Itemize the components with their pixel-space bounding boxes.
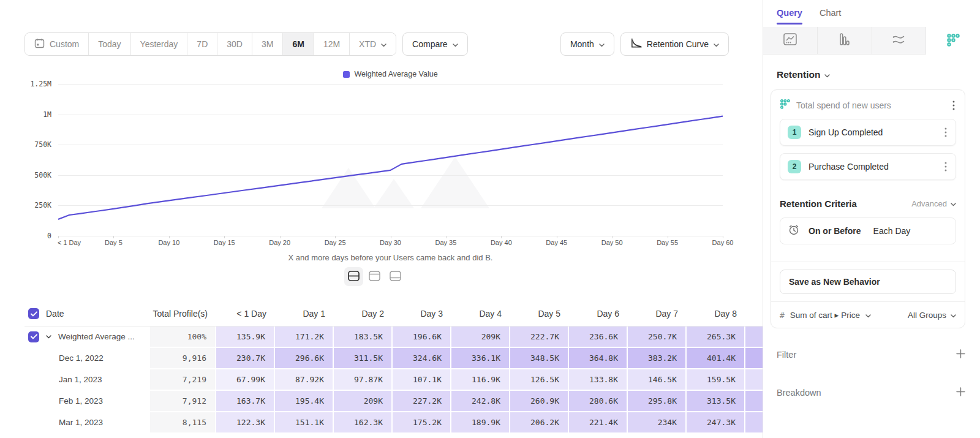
retention-value-cell[interactable]: 383.2K xyxy=(628,348,687,369)
add-breakdown-button[interactable] xyxy=(956,387,965,398)
tab-chart[interactable]: Chart xyxy=(820,8,841,27)
chart-type-button[interactable]: Retention Curve xyxy=(620,32,729,56)
tab-flows-chart[interactable] xyxy=(872,27,927,55)
row-checkbox[interactable] xyxy=(28,331,39,342)
kebab-menu-icon[interactable] xyxy=(943,160,948,173)
layout-toggle-panel-top[interactable] xyxy=(365,267,384,286)
retention-window-selector[interactable]: On or Before Each Day xyxy=(780,217,956,244)
plus-icon xyxy=(956,349,965,360)
retention-value-cell[interactable]: 247.3K xyxy=(687,412,745,434)
layout-toggle-split-horizontal[interactable] xyxy=(344,267,363,286)
retention-value-cell[interactable]: 250.7K xyxy=(628,327,687,348)
groups-dropdown[interactable]: All Groups xyxy=(908,311,956,320)
retention-report-page: CustomTodayYesterday7D30D3M6M12MXTD Comp… xyxy=(0,0,980,438)
expand-chevron-icon[interactable] xyxy=(46,335,51,339)
table-row[interactable]: Feb 1, 20237,912163.7K195.4K209K227.2K24… xyxy=(24,391,763,412)
range-12m[interactable]: 12M xyxy=(314,33,349,55)
event-row-purchase-completed[interactable]: 2 Purchase Completed xyxy=(780,153,956,180)
retention-section-heading[interactable]: Retention xyxy=(777,69,980,80)
retention-value-cell[interactable]: 230.7K xyxy=(216,348,275,369)
retention-value-cell[interactable]: 171.2K xyxy=(275,327,334,348)
kebab-menu-icon[interactable] xyxy=(951,99,956,111)
retention-value-cell[interactable]: 196.6K xyxy=(393,327,451,348)
plot-area[interactable]: 0250K500K750K1M1.25M xyxy=(58,84,723,236)
retention-value-cell[interactable]: 209K xyxy=(334,391,393,412)
retention-value-cell[interactable]: 195.4K xyxy=(275,391,334,412)
retention-value-cell[interactable]: 116.9K xyxy=(451,369,510,391)
retention-value-cell[interactable]: 260.9K xyxy=(510,391,569,412)
retention-value-cell[interactable]: 67.99K xyxy=(216,369,275,391)
retention-value-cell[interactable]: 162.3K xyxy=(334,412,393,434)
retention-value-cell[interactable]: 364.8K xyxy=(569,348,628,369)
retention-value-cell[interactable]: 295.8K xyxy=(628,391,687,412)
tab-insights-line-chart[interactable] xyxy=(763,27,818,55)
retention-value-cell[interactable]: 280.6K xyxy=(569,391,628,412)
x-axis-tick-mark xyxy=(169,236,170,238)
behavior-panel: Total spend of new users 1 Sign Up Compl… xyxy=(771,89,965,328)
retention-value-cell[interactable]: 122.3K xyxy=(216,412,275,434)
retention-value-cell[interactable]: 336.1K xyxy=(451,348,510,369)
table-row[interactable]: Jan 1, 20237,21967.99K87.92K97.87K107.1K… xyxy=(24,369,763,391)
retention-value-cell[interactable]: 183.5K xyxy=(334,327,393,348)
retention-value-cell[interactable]: 151.1K xyxy=(275,412,334,434)
retention-value-cell[interactable]: 189.9K xyxy=(451,412,510,434)
retention-value-cell[interactable]: 222.7K xyxy=(510,327,569,348)
retention-value-cell[interactable]: 242.8K xyxy=(451,391,510,412)
retention-value-cell[interactable]: 234K xyxy=(628,412,687,434)
measure-property-dropdown[interactable]: # Sum of cart ▸ Price xyxy=(780,309,908,320)
retention-value-cell[interactable]: 206.2K xyxy=(510,412,569,434)
retention-value-cell[interactable]: 209K xyxy=(451,327,510,348)
retention-value-cell[interactable]: 133.8K xyxy=(569,369,628,391)
retention-value-cell[interactable]: 221.4K xyxy=(569,412,628,434)
retention-value-cell[interactable]: 175.2K xyxy=(393,412,451,434)
event-row-sign-up-completed[interactable]: 1 Sign Up Completed xyxy=(780,119,956,146)
range-custom[interactable]: Custom xyxy=(25,33,88,55)
tab-funnel-bar-chart[interactable] xyxy=(818,27,872,55)
compare-button[interactable]: Compare xyxy=(402,32,468,56)
retention-value-cell[interactable]: 135.9K xyxy=(216,327,275,348)
retention-value-cell[interactable]: 146.5K xyxy=(628,369,687,391)
table-row[interactable]: Weighted Average ...100%135.9K171.2K183.… xyxy=(24,327,763,348)
range-7d[interactable]: 7D xyxy=(187,33,217,55)
table-row[interactable]: Dec 1, 20229,916230.7K296.6K311.5K324.6K… xyxy=(24,348,763,369)
add-filter-button[interactable] xyxy=(956,349,965,360)
retention-value-cell[interactable]: 107.1K xyxy=(393,369,451,391)
retention-value-cell[interactable]: 313.5K xyxy=(687,391,745,412)
select-all-checkbox[interactable] xyxy=(28,308,39,319)
retention-value-cell[interactable]: 348.5K xyxy=(510,348,569,369)
column-header-day-4: Day 4 xyxy=(451,309,510,319)
criteria-mode-dropdown[interactable]: Advanced xyxy=(911,199,956,208)
retention-value-cell[interactable]: 324.6K xyxy=(393,348,451,369)
retention-value-cell[interactable]: 236.6K xyxy=(569,327,628,348)
range-30d[interactable]: 30D xyxy=(217,33,252,55)
retention-value-cell[interactable]: 97.87K xyxy=(334,369,393,391)
granularity-button[interactable]: Month xyxy=(560,32,614,56)
y-axis-tick-label: 500K xyxy=(24,171,51,179)
layout-toggle-panel-bottom[interactable] xyxy=(386,267,405,286)
tab-query[interactable]: Query xyxy=(777,8,802,27)
range-6m[interactable]: 6M xyxy=(282,33,313,55)
range-xtd[interactable]: XTD xyxy=(349,33,396,55)
save-as-new-behavior-button[interactable]: Save as New Behavior xyxy=(780,270,956,294)
tab-query-label: Query xyxy=(777,8,802,18)
range-3m[interactable]: 3M xyxy=(252,33,282,55)
x-axis-tick-label: Day 15 xyxy=(214,239,235,246)
retention-value-cell[interactable]: 296.6K xyxy=(275,348,334,369)
retention-value-cell[interactable]: 401.4K xyxy=(687,348,745,369)
criteria-mode-label: Advanced xyxy=(911,199,947,208)
behavior-header[interactable]: Total spend of new users xyxy=(780,99,956,111)
range-today[interactable]: Today xyxy=(88,33,130,55)
table-row[interactable]: Mar 1, 20238,115122.3K151.1K162.3K175.2K… xyxy=(24,412,763,434)
groups-label: All Groups xyxy=(908,311,946,320)
retention-value-cell[interactable]: 163.7K xyxy=(216,391,275,412)
kebab-menu-icon[interactable] xyxy=(943,126,948,138)
tab-retention-chart[interactable] xyxy=(926,27,980,55)
retention-value-cell[interactable]: 311.5K xyxy=(334,348,393,369)
chart-legend: Weighted Average Value xyxy=(58,70,723,78)
range-yesterday[interactable]: Yesterday xyxy=(130,33,187,55)
retention-value-cell[interactable]: 126.5K xyxy=(510,369,569,391)
retention-value-cell[interactable]: 87.92K xyxy=(275,369,334,391)
retention-value-cell[interactable]: 265.3K xyxy=(687,327,745,348)
retention-value-cell[interactable]: 159.5K xyxy=(687,369,745,391)
retention-value-cell[interactable]: 227.2K xyxy=(393,391,451,412)
